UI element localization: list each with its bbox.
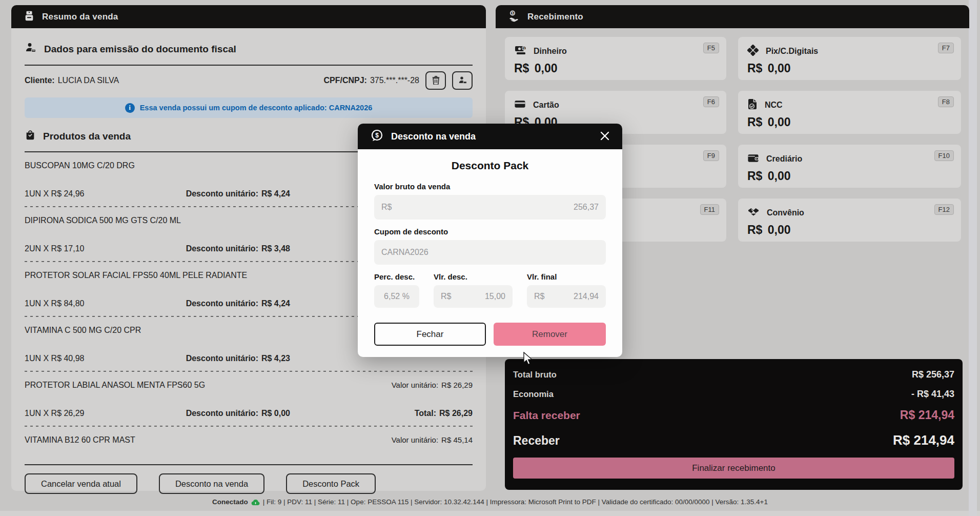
fkey-badge: F11: [700, 204, 719, 215]
payment-label: Convênio: [767, 208, 804, 217]
amount-due-value: R$ 214,94: [900, 408, 954, 422]
discount-value-label: Vlr. desc.: [434, 272, 513, 281]
payment-label: Dinheiro: [534, 47, 567, 56]
cpf-label: CPF/CNPJ:: [323, 76, 366, 85]
unit-value: R$ 26,29: [441, 381, 473, 389]
product-name: VITAMINA C 500 MG C/20 CPR: [25, 326, 141, 335]
discount-label: Desconto unitário:: [186, 189, 258, 198]
discount-value-input[interactable]: R$ 15,00: [434, 285, 513, 308]
discount-modal: $ Desconto na venda Desconto Pack Valor …: [358, 124, 622, 357]
payment-card-dinheiro[interactable]: F5 $ Dinheiro R$ 0,00: [505, 37, 726, 80]
currency-prefix: R$: [534, 292, 544, 301]
divider: [25, 65, 473, 66]
payment-card-ncc[interactable]: F8 NCC R$ 0,00: [738, 91, 961, 134]
modal-title: Desconto na venda: [391, 131, 476, 142]
product-name: BUSCOPAN 10MG C/20 DRG: [25, 161, 135, 170]
percent-discount-input[interactable]: 6,52 %: [374, 285, 419, 308]
discount-label: Desconto unitário:: [186, 354, 258, 363]
fkey-badge: F5: [703, 43, 719, 53]
svg-text:$: $: [523, 47, 525, 51]
edit-client-button[interactable]: [452, 71, 473, 90]
modal-subtitle: Desconto Pack: [374, 160, 606, 172]
coupon-input[interactable]: CARNA2026: [374, 240, 606, 265]
discount-value: R$ 4,24: [261, 299, 290, 308]
fkey-badge: F6: [703, 96, 719, 107]
payment-card-convenio[interactable]: F12 Convênio R$ 0,00: [738, 199, 961, 242]
document-check-icon: [747, 98, 758, 112]
finalize-receiving-button[interactable]: Finalizar recebimento: [513, 458, 954, 479]
receive-value: R$ 214,94: [893, 432, 954, 448]
receiving-header: $ Recebimento: [496, 5, 969, 28]
product-row: PROTETOR LABIAL ANASOL MENTA FPS60 5G Va…: [25, 372, 473, 427]
handshake-icon: [747, 206, 760, 220]
amount-due-label: Falta receber: [513, 409, 580, 422]
payment-value: R$ 0,00: [747, 62, 952, 75]
wallet-icon: [747, 152, 759, 166]
product-name: PROTETOR SOLAR FACIAL FPS50 40ML PELE RA…: [25, 271, 247, 280]
receive-label: Receber: [513, 434, 560, 448]
unit-value-label: Valor unitário:: [392, 381, 438, 389]
fkey-badge: F12: [934, 204, 954, 215]
currency-prefix: R$: [381, 203, 392, 212]
product-qty: 2UN X R$ 17,10: [25, 244, 186, 253]
product-qty: 1UN X R$ 24,96: [25, 189, 186, 199]
product-qty: 1UN X R$ 26,29: [25, 409, 186, 418]
fkey-badge: F9: [703, 150, 719, 161]
receipt-icon: [24, 10, 35, 24]
totals-panel: Total bruto R$ 256,37 Economia - R$ 41,4…: [505, 359, 963, 490]
hand-money-icon: $: [508, 10, 520, 24]
product-name: PROTETOR LABIAL ANASOL MENTA FPS60 5G: [25, 381, 205, 390]
remove-discount-button[interactable]: Remover: [494, 323, 606, 346]
payment-label: Pix/C.Digitais: [766, 47, 818, 56]
sale-discount-button[interactable]: Desconto na venda: [159, 473, 264, 494]
remove-client-button[interactable]: [425, 71, 446, 90]
payment-value: R$ 0,00: [747, 115, 952, 129]
fiscal-heading-label: Dados para emissão do documento fiscal: [44, 44, 236, 55]
coupon-banner-text: Essa venda possui um cupom de desconto a…: [140, 104, 373, 112]
pack-discount-button[interactable]: Desconto Pack: [286, 473, 376, 494]
client-name: LUCIA DA SILVA: [58, 76, 119, 85]
product-row: VITAMINA B12 60 CPR MAST Valor unitário:…: [25, 427, 473, 445]
client-label: Cliente:: [25, 76, 55, 85]
payment-card-crediario[interactable]: F10 Crediário R$ 0,00: [738, 145, 961, 188]
discount-label: Desconto unitário:: [186, 244, 258, 253]
person-document-icon: [25, 42, 37, 56]
gross-total-label: Total bruto: [513, 370, 557, 380]
coupon-code: CARNA2026: [381, 248, 428, 257]
status-bar: Conectado| Fil: 9 | PDV: 11 | Série: 11 …: [0, 498, 980, 506]
discount-value: R$ 3,48: [261, 244, 290, 253]
unit-value-label: Valor unitário:: [392, 435, 438, 444]
product-name: DIPIRONA SODICA 500 MG GTS C/20 ML: [25, 216, 181, 225]
sale-summary-title: Resumo da venda: [42, 12, 118, 22]
receiving-title: Recebimento: [527, 12, 583, 22]
close-icon: [600, 131, 610, 143]
shopping-bag-icon: [25, 129, 36, 143]
savings-label: Economia: [513, 389, 554, 399]
percent-discount-value: 6,52 %: [384, 292, 410, 301]
payment-card-pix[interactable]: F7 Pix/C.Digitais R$ 0,00: [738, 37, 961, 80]
discount-value: R$ 0,00: [261, 409, 290, 418]
person-card-icon: [458, 75, 467, 86]
fkey-badge: F8: [938, 96, 954, 107]
close-button[interactable]: Fechar: [374, 323, 486, 346]
trash-icon: [432, 75, 440, 86]
payment-value: R$ 0,00: [747, 169, 952, 183]
connection-status: Conectado: [212, 498, 248, 506]
payment-value: R$ 0,00: [514, 62, 717, 75]
currency-prefix: R$: [441, 292, 451, 301]
final-value-label: Vlr. final: [527, 272, 606, 281]
final-value-input[interactable]: R$ 214,94: [527, 285, 606, 308]
gross-total-value: R$ 256,37: [912, 369, 954, 380]
discount-value-amount: 15,00: [485, 292, 505, 301]
total-value: R$ 26,29: [439, 409, 473, 418]
bottom-strip: [0, 511, 980, 516]
cancel-sale-button[interactable]: Cancelar venda atual: [25, 473, 137, 494]
modal-close-button[interactable]: [600, 131, 610, 143]
gross-value-amount: 256,37: [574, 203, 599, 212]
products-heading-label: Produtos da venda: [43, 131, 131, 142]
scrollbar-track[interactable]: [969, 0, 977, 516]
payment-label: NCC: [765, 101, 783, 110]
svg-text:$: $: [512, 11, 514, 15]
cpf-value: 375.***.***-28: [370, 76, 419, 85]
gross-value-input[interactable]: R$ 256,37: [374, 195, 606, 220]
